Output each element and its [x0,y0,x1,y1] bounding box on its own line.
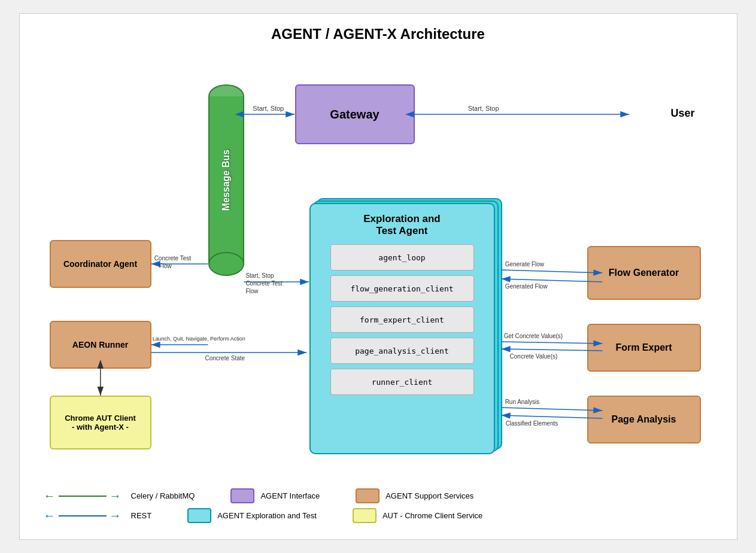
svg-text:Start, Stop: Start, Stop [467,105,499,112]
legend-aut: AUT - Chrome Client Service [353,508,482,523]
cylinder-label: Message Bus [221,150,232,211]
message-bus: Message Bus [208,84,244,300]
legend: ← → Celery / RabbitMQ AGENT Interface AG… [32,488,725,523]
svg-text:Generated Flow: Generated Flow [505,283,548,290]
agent-stack-main: Exploration andTest Agent agent_loop flo… [309,203,495,454]
gateway-box: Gateway [295,84,415,144]
svg-text:Concrete Value(s): Concrete Value(s) [509,353,557,360]
coordinator-agent-box: Coordinator Agent [50,240,151,288]
svg-text:Classified Elements: Classified Elements [505,420,558,427]
user-label: User [670,107,694,120]
svg-text:Generate Flow: Generate Flow [505,261,544,268]
flow-generator-box: Flow Generator [587,246,701,300]
agent-module-loop: agent_loop [330,244,474,271]
agent-title: Exploration andTest Agent [363,213,440,237]
svg-text:Run Analysis: Run Analysis [505,399,539,405]
diagram-area: Gateway Message Bus Coordinator Agent AE… [32,48,725,479]
legend-support-services: AGENT Support Services [356,488,473,503]
legend-row-1: ← → Celery / RabbitMQ AGENT Interface AG… [44,488,713,503]
diagram-container: AGENT / AGENT-X Architecture Gateway Mes… [19,13,737,540]
legend-rest: ← → REST [44,509,152,522]
svg-text:Get Concrete Value(s): Get Concrete Value(s) [503,333,563,339]
agent-module-page-analysis: page_analysis_client [330,338,474,364]
agent-module-flow-gen: flow_generation_client [330,275,474,302]
legend-row-2: ← → REST AGENT Exploration and Test AUT … [44,508,713,523]
legend-agent-interface: AGENT Interface [230,488,320,503]
svg-text:Start, Stop: Start, Stop [253,105,284,112]
chrome-client-label: Chrome AUT Client- with Agent-X - [65,414,136,432]
agent-module-form-expert: form_expert_client [330,306,474,333]
svg-text:Flow: Flow [245,288,259,294]
svg-text:Start, Stop: Start, Stop [245,272,274,279]
form-expert-box: Form Expert [587,324,701,372]
svg-text:Concrete Test: Concrete Test [154,255,191,262]
cylinder: Message Bus [208,84,244,276]
page-analysis-box: Page Analysis [587,396,701,443]
aeon-runner-box: AEON Runner [50,321,151,369]
agent-module-runner: runner_client [330,369,474,395]
svg-text:Concrete Test: Concrete Test [245,280,283,287]
legend-celery: ← → Celery / RabbitMQ [44,489,195,503]
svg-text:Flow: Flow [159,263,172,269]
cylinder-bottom [208,252,244,276]
svg-text:Concrete State: Concrete State [205,355,245,361]
svg-text:Launch, Quit, Navigate, Perfor: Launch, Quit, Navigate, Perform Action [152,336,245,342]
legend-agent-exploration: AGENT Exploration and Test [187,508,317,523]
agent-stack: Exploration andTest Agent agent_loop flo… [307,198,493,455]
chrome-client-box: Chrome AUT Client- with Agent-X - [50,396,151,449]
page-title: AGENT / AGENT-X Architecture [32,26,725,42]
